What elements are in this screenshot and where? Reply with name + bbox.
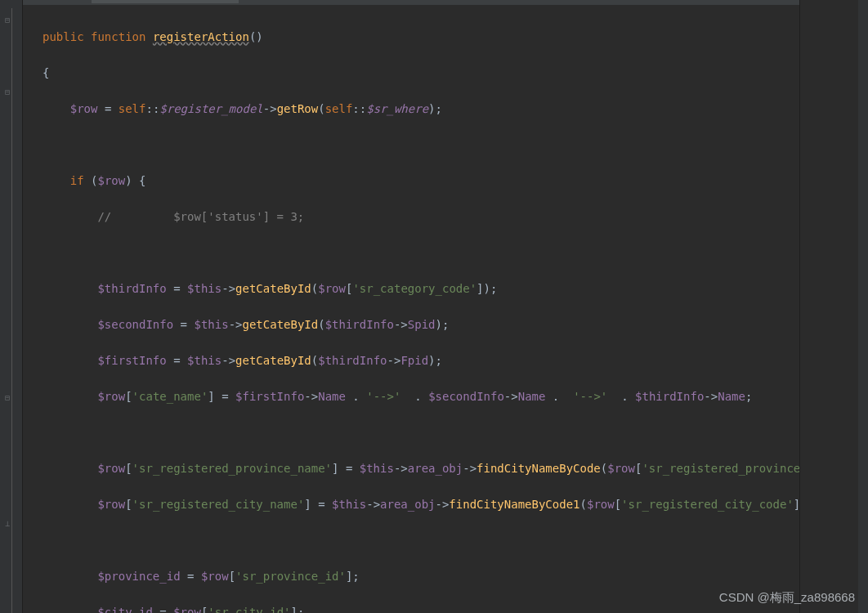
minimap[interactable] — [799, 0, 858, 613]
code-area[interactable]: public function registerAction() { $row … — [23, 0, 799, 613]
gutter[interactable]: ⊟ ⊟ ⊟ ⊥ — [0, 0, 23, 613]
field: $register_model — [159, 102, 262, 115]
keyword: self — [119, 102, 146, 115]
vertical-scrollbar[interactable] — [858, 0, 868, 613]
function-name: registerAction — [153, 30, 249, 43]
fold-end-icon[interactable]: ⊥ — [5, 515, 10, 533]
keyword: if — [70, 174, 84, 187]
method: getRow — [277, 102, 319, 115]
fold-icon[interactable]: ⊟ — [5, 11, 10, 29]
keyword: function — [91, 30, 145, 43]
fold-line — [11, 8, 12, 613]
watermark: CSDN @梅雨_za898668 — [719, 588, 855, 606]
keyword: public — [43, 30, 84, 43]
comment: // $row['status'] = 3; — [97, 210, 304, 223]
fold-icon[interactable]: ⊟ — [5, 389, 10, 407]
fold-icon[interactable]: ⊟ — [5, 83, 10, 101]
code-editor[interactable]: ⊟ ⊟ ⊟ ⊥ public function registerAction()… — [0, 0, 868, 613]
variable: $row — [70, 102, 98, 115]
